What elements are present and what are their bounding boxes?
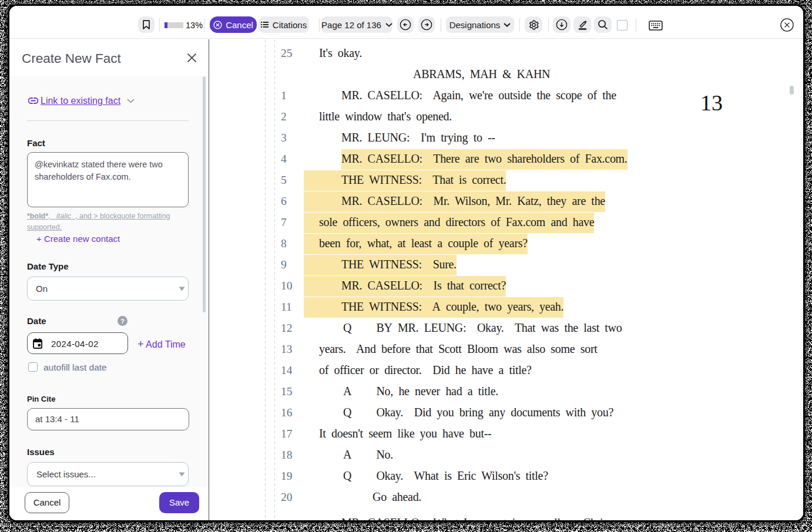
svg-text:?: ? [120,318,125,325]
